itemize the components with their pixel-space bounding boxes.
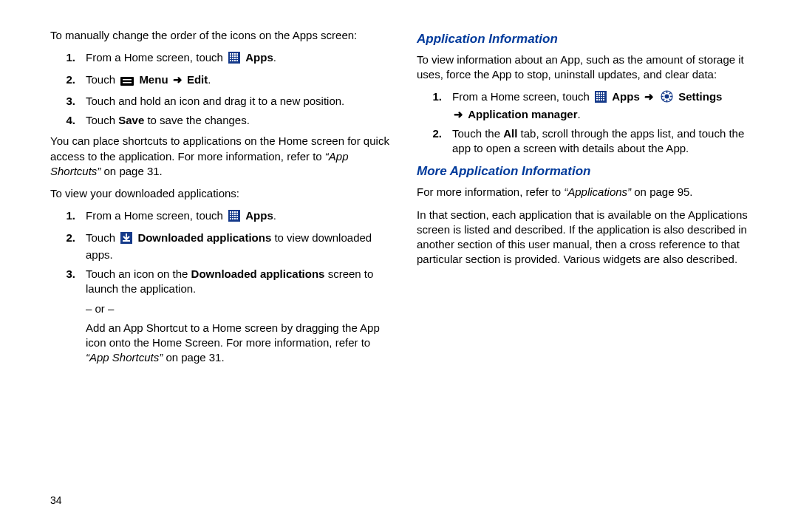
svg-line-62 bbox=[669, 99, 671, 100]
svg-rect-14 bbox=[232, 60, 233, 61]
svg-rect-28 bbox=[236, 214, 238, 215]
svg-rect-49 bbox=[601, 97, 602, 98]
svg-rect-5 bbox=[230, 55, 231, 57]
svg-rect-44 bbox=[598, 95, 600, 96]
apps-grid-icon bbox=[228, 52, 240, 67]
alt-step-text: Add an App Shortcut to a Home screen by … bbox=[50, 321, 390, 366]
list-item: 1. From a Home screen, touch Apps. bbox=[50, 50, 390, 67]
svg-rect-47 bbox=[596, 97, 598, 98]
svg-rect-34 bbox=[232, 218, 233, 219]
svg-rect-18 bbox=[123, 79, 132, 81]
list-item: 4. Touch Save to save the changes. bbox=[50, 113, 390, 128]
shortcut-paragraph: You can place shortcuts to applications … bbox=[50, 134, 390, 179]
arrow-icon: ➜ bbox=[452, 107, 465, 122]
svg-rect-13 bbox=[230, 60, 231, 61]
svg-rect-46 bbox=[603, 95, 604, 96]
svg-rect-52 bbox=[598, 99, 600, 100]
steps-list-c: 1. From a Home screen, touch Apps ➜ Sett… bbox=[417, 89, 757, 156]
svg-rect-40 bbox=[598, 92, 600, 94]
view-intro: To view your downloaded applications: bbox=[50, 186, 390, 201]
steps-list-a: 1. From a Home screen, touch Apps. 2. To… bbox=[50, 50, 390, 128]
svg-rect-6 bbox=[232, 55, 233, 57]
list-item: 3. Touch and hold an icon and drag it to… bbox=[50, 94, 390, 109]
svg-rect-25 bbox=[230, 214, 231, 215]
cross-reference: “Applications” bbox=[564, 185, 631, 198]
svg-rect-24 bbox=[236, 211, 238, 213]
svg-rect-17 bbox=[120, 77, 134, 86]
svg-rect-19 bbox=[123, 82, 132, 83]
svg-point-56 bbox=[665, 95, 669, 99]
svg-rect-4 bbox=[236, 53, 238, 55]
svg-rect-29 bbox=[230, 216, 231, 217]
svg-rect-33 bbox=[230, 218, 231, 219]
svg-rect-42 bbox=[603, 92, 604, 94]
or-separator: – or – bbox=[50, 301, 390, 316]
svg-rect-21 bbox=[230, 211, 231, 213]
svg-rect-11 bbox=[234, 58, 236, 59]
cross-reference: “App Shortcuts” bbox=[86, 351, 163, 364]
intro-text: To manually change the order of the icon… bbox=[50, 28, 390, 43]
apps-grid-icon bbox=[228, 210, 240, 225]
svg-rect-8 bbox=[236, 55, 238, 57]
svg-rect-43 bbox=[596, 95, 598, 96]
list-item: 2. Touch the All tab, scroll through the… bbox=[417, 126, 757, 157]
svg-rect-30 bbox=[232, 216, 233, 217]
svg-rect-32 bbox=[236, 216, 238, 217]
svg-rect-22 bbox=[232, 211, 233, 213]
svg-line-61 bbox=[663, 93, 664, 95]
svg-rect-16 bbox=[236, 60, 238, 61]
list-item: 2. Touch Menu ➜ Edit. bbox=[50, 72, 390, 89]
svg-rect-26 bbox=[232, 214, 233, 215]
menu-icon bbox=[120, 75, 134, 89]
svg-rect-15 bbox=[234, 60, 236, 61]
svg-rect-48 bbox=[598, 97, 600, 98]
svg-rect-23 bbox=[234, 211, 236, 213]
svg-rect-31 bbox=[234, 216, 236, 217]
svg-rect-39 bbox=[596, 92, 598, 94]
list-item: 1. From a Home screen, touch Apps. bbox=[50, 208, 390, 225]
svg-rect-41 bbox=[601, 92, 602, 94]
svg-rect-1 bbox=[230, 53, 231, 55]
section-intro: To view information about an App, such a… bbox=[417, 52, 757, 83]
svg-rect-45 bbox=[601, 95, 602, 96]
steps-list-b: 1. From a Home screen, touch Apps. 2. To… bbox=[50, 208, 390, 296]
svg-rect-50 bbox=[603, 97, 604, 98]
svg-rect-2 bbox=[232, 53, 233, 55]
arrow-icon: ➜ bbox=[171, 72, 184, 87]
section-heading: Application Information bbox=[417, 31, 757, 48]
download-icon bbox=[120, 232, 132, 248]
svg-rect-35 bbox=[234, 218, 236, 219]
svg-rect-53 bbox=[601, 99, 602, 100]
svg-rect-27 bbox=[234, 214, 236, 215]
svg-rect-3 bbox=[234, 53, 236, 55]
right-column: Application Information To view informat… bbox=[417, 28, 757, 370]
arrow-icon: ➜ bbox=[643, 89, 655, 104]
more-info-ref: For more information, refer to “Applicat… bbox=[417, 185, 757, 200]
list-item: 3. Touch an icon on the Downloaded appli… bbox=[50, 267, 390, 297]
svg-rect-54 bbox=[603, 99, 604, 100]
page-number: 34 bbox=[50, 494, 62, 508]
svg-rect-12 bbox=[236, 58, 238, 59]
left-column: To manually change the order of the icon… bbox=[50, 28, 390, 370]
settings-gear-icon bbox=[661, 90, 673, 106]
svg-rect-51 bbox=[596, 99, 598, 100]
svg-rect-36 bbox=[236, 218, 238, 219]
svg-rect-10 bbox=[232, 58, 233, 59]
section-heading: More Application Information bbox=[417, 163, 757, 180]
svg-rect-7 bbox=[234, 55, 236, 57]
list-item: 2. Touch Downloaded applications to view… bbox=[50, 231, 390, 263]
list-item: 1. From a Home screen, touch Apps ➜ Sett… bbox=[417, 89, 757, 122]
apps-grid-icon bbox=[595, 91, 607, 106]
svg-line-64 bbox=[669, 93, 671, 95]
svg-line-63 bbox=[663, 99, 664, 100]
svg-rect-9 bbox=[230, 58, 231, 59]
more-info-body: In that section, each application that i… bbox=[417, 208, 757, 267]
